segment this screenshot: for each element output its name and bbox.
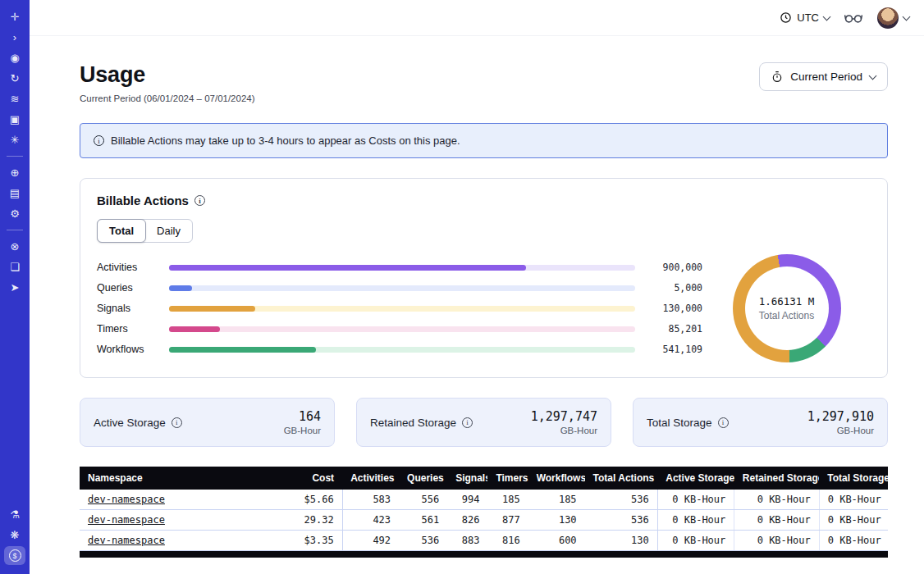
bar-fill xyxy=(169,347,316,353)
history-icon[interactable]: ↻ xyxy=(4,69,25,88)
storage-value-unit: GB-Hour xyxy=(807,426,874,435)
user-menu[interactable] xyxy=(877,7,909,29)
bar-fill xyxy=(169,326,220,332)
storage-value-number: 164 xyxy=(284,409,321,424)
bar-fill xyxy=(169,285,192,291)
storage-card-active-storage: Active Storage164GB-Hour xyxy=(80,398,335,447)
table-cell: dev-namespace xyxy=(80,490,269,510)
bar-fill xyxy=(169,306,255,312)
asterisk-icon[interactable]: ✳ xyxy=(4,130,25,149)
collapse-chevron-icon[interactable]: › xyxy=(4,28,25,47)
settings-gear-icon[interactable]: ⚙ xyxy=(4,204,25,223)
table-cell: $3.35 xyxy=(269,531,342,551)
bar-row-timers: Timers85,201 xyxy=(97,319,702,339)
billable-actions-tabs: Total Daily xyxy=(97,219,193,243)
support-icon[interactable]: ⊗ xyxy=(4,237,25,256)
chevron-down-icon xyxy=(823,12,831,20)
bar-track xyxy=(169,306,635,312)
glasses-icon[interactable] xyxy=(844,12,862,24)
page-header: Usage Current Period (06/01/2024 – 07/01… xyxy=(80,62,888,103)
column-header-namespace: Namespace xyxy=(80,467,269,490)
namespace-link[interactable]: dev-namespace xyxy=(88,494,165,505)
column-header-cost: Cost xyxy=(269,467,342,490)
docs-icon[interactable]: ❏ xyxy=(4,257,25,276)
table-cell: 0 KB-Hour xyxy=(734,510,819,531)
globe-icon[interactable]: ⊕ xyxy=(4,163,25,182)
storage-card-value: 1,297,910GB-Hour xyxy=(807,409,874,435)
sidebar-divider xyxy=(7,230,23,230)
main-area: UTC Usage Current Period (06/01/2024 – 0… xyxy=(30,0,924,574)
table-cell: dev-namespace xyxy=(80,510,269,531)
tab-daily[interactable]: Daily xyxy=(145,220,192,242)
timezone-dropdown[interactable]: UTC xyxy=(780,11,830,24)
bar-value: 541,109 xyxy=(635,344,702,355)
dollar-glyph: $ xyxy=(9,549,21,562)
storage-value-number: 1,297,747 xyxy=(531,409,597,424)
donut-total-label: Total Actions xyxy=(759,310,814,321)
table-cell: 0 KB-Hour xyxy=(657,531,734,551)
table-header-row: NamespaceCostActivitiesQueriesSignalsTim… xyxy=(80,467,888,490)
temporal-logo-icon[interactable]: ✛ xyxy=(4,7,25,26)
bar-value: 85,201 xyxy=(635,323,702,335)
table-cell: 583 xyxy=(342,490,399,510)
clock-icon xyxy=(780,11,792,24)
storage-summary-row: Active Storage164GB-HourRetained Storage… xyxy=(80,398,888,447)
donut-total-value: 1.66131 M xyxy=(759,295,815,308)
column-header-active-storage: Active Storage xyxy=(657,467,734,490)
table-cell: 0 KB-Hour xyxy=(819,490,888,510)
table-cell: 826 xyxy=(447,510,487,531)
sidebar-divider xyxy=(7,156,23,157)
namespace-link[interactable]: dev-namespace xyxy=(88,514,165,526)
namespace-usage-table: NamespaceCostActivitiesQueriesSignalsTim… xyxy=(80,467,888,551)
info-icon[interactable] xyxy=(172,417,182,428)
layers-icon[interactable]: ≋ xyxy=(4,89,25,108)
tab-total[interactable]: Total xyxy=(97,219,146,243)
table-cell: 994 xyxy=(447,490,487,510)
page-subtitle: Current Period (06/01/2024 – 07/01/2024) xyxy=(80,93,255,103)
deployments-icon[interactable]: ▣ xyxy=(4,110,25,129)
table-row: dev-namespace$3.354925368838166001300 KB… xyxy=(80,531,888,551)
table-cell: 185 xyxy=(528,490,585,510)
period-selector-button[interactable]: Current Period xyxy=(759,62,888,91)
page-content: Usage Current Period (06/01/2024 – 07/01… xyxy=(30,36,924,574)
info-icon[interactable] xyxy=(194,195,205,206)
page-title: Usage xyxy=(80,62,255,88)
column-header-retained-storage: Retained Storage xyxy=(734,467,819,490)
table-cell: 492 xyxy=(342,531,399,551)
billable-info-banner: Billable Actions may take up to 3-4 hour… xyxy=(80,123,888,158)
bar-label: Queries xyxy=(97,282,169,294)
table-cell: 0 KB-Hour xyxy=(657,510,734,531)
topbar: UTC xyxy=(30,0,924,36)
bar-fill xyxy=(169,265,526,271)
column-header-workflows: Workflows xyxy=(528,467,585,490)
lab-flask-icon[interactable]: ⚗ xyxy=(4,505,25,524)
table-cell: 536 xyxy=(585,490,658,510)
storage-card-label: Total Storage xyxy=(647,417,729,429)
theme-icon[interactable]: ❋ xyxy=(4,526,25,544)
namespaces-icon[interactable]: ◉ xyxy=(4,48,25,67)
usage-icon[interactable]: $ xyxy=(4,546,25,565)
bar-row-workflows: Workflows541,109 xyxy=(97,339,702,360)
column-header-timers: Timers xyxy=(487,467,528,490)
billable-actions-title: Billable Actions xyxy=(97,194,189,207)
billable-actions-card: Billable Actions Total Daily Activities9… xyxy=(80,178,888,378)
billing-icon[interactable]: ▤ xyxy=(4,184,25,203)
timezone-label: UTC xyxy=(797,11,819,24)
rocket-icon[interactable]: ➤ xyxy=(4,278,25,297)
namespace-link[interactable]: dev-namespace xyxy=(88,535,165,546)
bar-track xyxy=(169,326,635,332)
bar-track xyxy=(169,285,635,291)
info-icon[interactable] xyxy=(718,417,729,428)
bar-label: Workflows xyxy=(97,344,169,355)
sidebar-nav: ✛›◉↻≋▣✳⊕▤⚙⊗❏➤⚗❋$ xyxy=(0,0,30,574)
column-header-queries: Queries xyxy=(399,467,447,490)
table-cell: 130 xyxy=(585,531,658,551)
table-cell: 561 xyxy=(399,510,447,531)
table-cell: 0 KB-Hour xyxy=(657,490,734,510)
donut-center: 1.66131 M Total Actions xyxy=(733,254,841,362)
info-icon[interactable] xyxy=(462,417,473,428)
storage-card-label: Retained Storage xyxy=(370,417,473,429)
table-cell: 29.32 xyxy=(269,510,342,531)
table-cell: 536 xyxy=(585,510,658,531)
bar-chart: Activities900,000Queries5,000Signals130,… xyxy=(97,257,702,360)
